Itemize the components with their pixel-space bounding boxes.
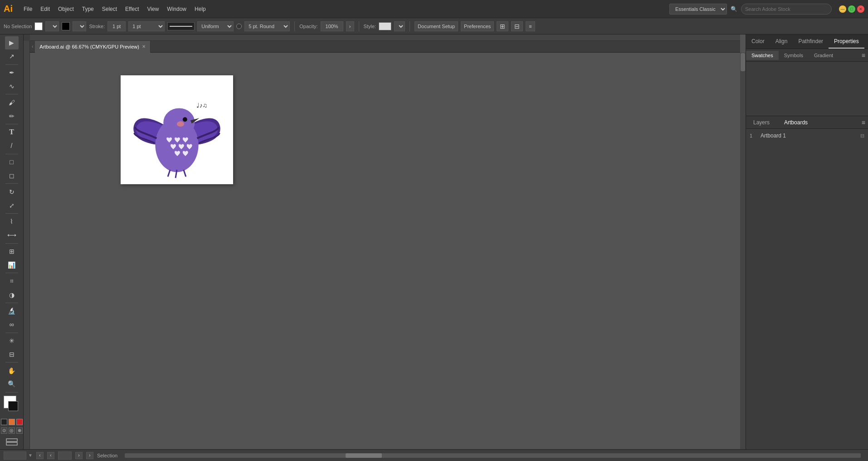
menu-window[interactable]: Window (163, 4, 190, 14)
line-tool-button[interactable]: / (5, 139, 19, 152)
selection-tool-button[interactable]: ▶ (5, 36, 19, 49)
curvature-tool-button[interactable]: ∿ (5, 80, 19, 93)
pen-tool-button[interactable]: ✒ (5, 66, 19, 79)
panel-top-tabs: Color Align Pathfinder Properties (746, 34, 868, 49)
menu-edit[interactable]: Edit (37, 4, 54, 14)
svg-rect-0 (6, 439, 17, 441)
prev-artboard-button[interactable]: ‹ (47, 452, 54, 459)
mesh-tool-button[interactable]: ⌗ (5, 275, 19, 288)
warp-tool-button[interactable]: ⌇ (5, 215, 19, 228)
canvas-viewport[interactable]: ♩♪♫ (30, 53, 740, 449)
zoom-dropdown-icon[interactable]: ▼ (28, 453, 33, 458)
stroke-type-select[interactable]: Uniform (197, 21, 234, 31)
opacity-input[interactable] (321, 21, 343, 31)
page-input[interactable]: 1 (58, 451, 72, 460)
symbol-tool-button[interactable]: ✳ (5, 334, 19, 348)
hand-tool-button[interactable]: ✋ (5, 364, 19, 377)
layers-tab[interactable]: Layers (746, 118, 777, 128)
pencil-tool-button[interactable]: ✏ (5, 109, 19, 123)
layers-panel-menu-button[interactable]: ≡ (862, 119, 865, 126)
rotate-tool-button[interactable]: ↻ (5, 185, 19, 198)
opacity-more-button[interactable]: › (346, 21, 354, 31)
gradient-swatch[interactable] (16, 419, 23, 425)
svg-point-5 (177, 121, 184, 127)
stroke-width-select[interactable]: 1 pt (128, 21, 165, 31)
gradient-tool-button[interactable]: ◑ (5, 288, 19, 301)
align-tab[interactable]: Align (770, 34, 793, 49)
window-maximize-button[interactable]: □ (848, 5, 855, 13)
rectangle-tool-button[interactable]: □ (5, 156, 19, 169)
fill-type-select[interactable]: ▼ (45, 21, 59, 31)
eyedropper-tool-button[interactable]: 🔬 (5, 304, 19, 318)
style-box[interactable] (379, 22, 391, 30)
stroke-color-select[interactable]: ▼ (73, 21, 86, 31)
vscroll-thumb[interactable] (741, 53, 745, 71)
window-minimize-button[interactable]: — (839, 5, 846, 13)
window-close-button[interactable]: ✕ (857, 5, 864, 13)
inside-draw-button[interactable]: ⊕ (16, 427, 23, 434)
artboard-container: ♩♪♫ (121, 75, 233, 184)
arrange-stack-button[interactable] (5, 438, 18, 449)
type-tool-button[interactable]: T (5, 126, 19, 139)
scale-tool-button[interactable]: ⤢ (5, 199, 19, 212)
grid-tool-button[interactable]: ⊞ (5, 245, 19, 258)
no-color-swatch[interactable] (1, 419, 7, 425)
artboards-tab[interactable]: Artboards (777, 118, 815, 128)
stroke-width-input[interactable] (107, 21, 126, 31)
document-setup-button[interactable]: Document Setup (414, 21, 458, 31)
reflect-tool-button[interactable]: ⟷ (5, 229, 19, 242)
swatches-sub-tab[interactable]: Swatches (746, 51, 779, 60)
sub-panel-menu-button[interactable]: ≡ (862, 52, 865, 59)
artboard-visibility-icon[interactable]: ⊟ (860, 133, 864, 139)
next-artboard-button[interactable]: › (75, 452, 83, 459)
artboard[interactable]: ♩♪♫ (121, 75, 233, 184)
color-tab[interactable]: Color (746, 34, 770, 49)
menu-help[interactable]: Help (191, 4, 210, 14)
artboard-item[interactable]: 1 Artboard 1 ⊟ (746, 131, 868, 141)
stroke-type-preview[interactable] (167, 22, 195, 30)
prev-page-button[interactable]: ‹ (36, 452, 44, 459)
artboard-tool-button[interactable]: ⊟ (5, 348, 19, 361)
tab-scroll-left[interactable]: ‹ (30, 44, 35, 49)
brush-tool-button[interactable]: 🖌 (5, 96, 19, 109)
graph-tool-button[interactable]: 📊 (5, 258, 19, 271)
properties-tab[interactable]: Properties (829, 34, 864, 49)
style-select[interactable]: ▼ (394, 21, 405, 31)
gradient-sub-tab[interactable]: Gradient (809, 51, 839, 60)
search-stock-input[interactable] (741, 4, 832, 15)
blend-tool-button[interactable]: ∞ (5, 318, 19, 331)
stroke-color-box[interactable] (62, 22, 70, 30)
menu-view[interactable]: View (144, 4, 163, 14)
canvas-area[interactable]: ‹ Artboard.ai @ 66.67% (CMYK/GPU Preview… (24, 34, 746, 449)
menu-file[interactable]: File (20, 4, 36, 14)
tool-sep-4 (5, 154, 18, 154)
next-page-button[interactable]: › (86, 452, 93, 459)
preferences-button[interactable]: Preferences (461, 21, 494, 31)
workspace-select[interactable]: Essentials Classic (669, 4, 727, 15)
pathfinder-tab[interactable]: Pathfinder (793, 34, 829, 49)
brush-select[interactable]: 5 pt. Round (244, 21, 290, 31)
menu-object[interactable]: Object (54, 4, 78, 14)
normal-draw-button[interactable]: ⊙ (1, 427, 7, 434)
document-tab[interactable]: Artboard.ai @ 66.67% (CMYK/GPU Preview) … (35, 41, 151, 53)
menu-type[interactable]: Type (78, 4, 98, 14)
color-swatch[interactable] (9, 419, 15, 425)
horizontal-scrollbar[interactable] (125, 453, 861, 458)
more-options-button[interactable]: ≡ (526, 21, 535, 31)
symbols-sub-tab[interactable]: Symbols (779, 51, 809, 60)
eraser-tool-button[interactable]: ◻ (5, 169, 19, 182)
hscroll-thumb[interactable] (346, 453, 382, 458)
zoom-input[interactable]: 66.67% (4, 451, 26, 460)
align-button[interactable]: ⊟ (511, 21, 523, 31)
fill-color-box[interactable] (34, 22, 43, 30)
direct-selection-tool-button[interactable]: ↗ (5, 50, 19, 63)
arrange-button[interactable]: ⊞ (497, 21, 508, 31)
vertical-scrollbar[interactable] (740, 53, 746, 449)
stroke-swatch[interactable] (8, 401, 18, 411)
zoom-tool-button[interactable]: 🔍 (5, 378, 19, 391)
menu-select[interactable]: Select (98, 4, 121, 14)
tab-close-button[interactable]: ✕ (142, 44, 146, 49)
behind-draw-button[interactable]: ◎ (9, 427, 15, 434)
menu-effect[interactable]: Effect (122, 4, 142, 14)
search-icon: 🔍 (731, 6, 737, 12)
